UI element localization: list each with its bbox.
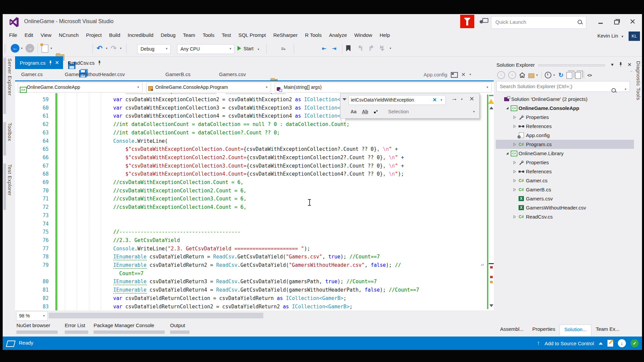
side-tab-server-explorer[interactable]: Server Explorer (3, 58, 14, 114)
line-number[interactable]: 77 (15, 245, 57, 253)
quick-launch-input[interactable]: Quick Launch (491, 16, 586, 29)
menu-build[interactable]: Build (105, 30, 124, 40)
line-number[interactable]: 70 (15, 187, 57, 195)
tree-item-readcsv-cs[interactable]: C#ReadCsv.cs (496, 212, 634, 221)
user-name[interactable]: Kevin Lin (597, 33, 618, 39)
increase-indent-button[interactable]: ⇥ (332, 44, 336, 53)
navigate-backward-button[interactable]: ← (11, 44, 19, 53)
switch-view-icon[interactable] (528, 73, 534, 78)
line-number[interactable]: 81 (15, 286, 57, 294)
side-tab-test-explorer[interactable]: Test Explorer (3, 164, 14, 210)
line-number[interactable]: 73 (15, 212, 57, 220)
find-close-button[interactable]: ✕ (469, 95, 474, 103)
line-number[interactable]: 67 (15, 162, 57, 170)
pin-icon[interactable] (619, 62, 623, 68)
solution-configuration-select[interactable]: Debug▼ (137, 44, 171, 54)
menu-sql-prompt[interactable]: SQL Prompt (235, 30, 270, 40)
menu-help[interactable]: Help (376, 30, 394, 40)
tree-item-onlinegame-consoleapp[interactable]: C#OnlineGame.ConsoleApp (496, 104, 634, 113)
tree-item-gamerb-cs[interactable]: C#GamerB.cs (496, 185, 634, 194)
line-number[interactable]: 72 (15, 203, 57, 212)
menu-resharper[interactable]: ReSharper (270, 30, 302, 40)
editor-splitter-handle[interactable] (489, 95, 493, 96)
chevron-down-icon[interactable]: ▼ (536, 74, 538, 77)
pending-changes-filter-icon[interactable] (545, 72, 551, 78)
tab-program-cs[interactable]: Program.cs✕ (15, 56, 63, 69)
code-line-68[interactable]: 68 $"csvDataWithExceptionCollection4.Cou… (15, 170, 494, 178)
panel-tab-team-ex[interactable]: Team Ex... (591, 324, 624, 336)
line-number[interactable]: 65 (15, 145, 57, 154)
line-number[interactable]: 78 (15, 253, 57, 261)
chevron-down-icon[interactable]: ▼ (553, 74, 555, 77)
panel-tab-solution[interactable]: Solution... (559, 324, 591, 336)
feedback-icon[interactable] (479, 17, 488, 25)
expand-closed-icon[interactable] (512, 161, 518, 164)
match-case-toggle[interactable]: Aa (351, 109, 357, 114)
search-icon[interactable] (611, 88, 616, 93)
member-dropdown[interactable]: Main(string[] args)▼ (275, 82, 492, 93)
menu-window[interactable]: Window (351, 30, 376, 40)
resharper-filter-icon[interactable] (460, 15, 474, 28)
code-line-71[interactable]: 71 //csvDataWithExceptionCollection3.Cou… (15, 195, 494, 203)
tab-readcsv-cs[interactable]: ReadCsv.cs (63, 56, 105, 69)
line-number[interactable]: 63 (15, 129, 57, 137)
minimize-button[interactable] (593, 16, 608, 27)
tab-gamerb-cs[interactable]: GamerB.cs (165, 69, 191, 80)
line-number[interactable]: 66 (15, 154, 57, 162)
toolbar-overflow-dropdown[interactable]: ▼ (389, 44, 392, 53)
toolbar-grip[interactable] (4, 44, 6, 53)
code-line-70[interactable]: 70 //csvDataWithExceptionCollection2.Cou… (15, 187, 494, 195)
line-number[interactable]: 59 (15, 96, 57, 104)
find-next-dropdown[interactable]: ▼ (461, 98, 463, 101)
panel-tab-assembl[interactable]: Assembl... (496, 324, 528, 336)
expand-closed-icon[interactable] (512, 125, 518, 128)
code-line-77[interactable]: 77 Console.WriteLine("2.3. GetCsvDataYie… (15, 245, 494, 253)
add-to-source-control-button[interactable]: Add to Source Control (544, 341, 594, 346)
title-bar[interactable]: OnlineGame - Microsoft Visual Studio Qui… (3, 14, 642, 30)
tree-item-app-config[interactable]: App.config (496, 131, 634, 140)
redo-button[interactable]: ↷ (111, 44, 117, 53)
horizontal-scrollbar[interactable] (49, 313, 263, 318)
start-dropdown[interactable]: ▼ (257, 48, 260, 51)
type-dropdown[interactable]: OnlineGame.ConsoleApp.Program▼ (146, 82, 271, 93)
menu-test[interactable]: Test (218, 30, 235, 40)
panel-close-icon[interactable]: ✕ (627, 62, 632, 68)
line-number[interactable]: 82 (15, 294, 57, 303)
solution-platform-select[interactable]: Any CPU▼ (177, 44, 234, 54)
side-tab-toolbox[interactable]: Toolbox (3, 122, 14, 156)
line-number[interactable]: 76 (15, 236, 57, 245)
find-scope-select[interactable]: Selection (388, 109, 409, 114)
expand-closed-icon[interactable] (512, 179, 518, 182)
expand-closed-icon[interactable] (512, 188, 518, 191)
code-line-66[interactable]: 66 $"csvDataWithExceptionCollection2.Cou… (15, 154, 494, 162)
menu-team[interactable]: Team (179, 30, 199, 40)
panel-tab-nuget-browser[interactable]: NuGet browser (16, 322, 58, 334)
line-options-dropdown[interactable]: ≡▼ (281, 44, 285, 53)
scroll-down-icon[interactable] (489, 304, 493, 307)
code-line-75[interactable]: 75 //-----------------------------------… (15, 228, 494, 236)
expand-closed-icon[interactable] (512, 215, 518, 219)
bookmark-button[interactable] (346, 45, 351, 51)
promote-tab-icon[interactable] (451, 72, 458, 78)
tree-item-properties[interactable]: Properties (496, 113, 634, 122)
find-clear-icon[interactable]: ✕ (432, 96, 437, 104)
side-tab-diagnostic-tools[interactable]: Diagnostic Tools (635, 60, 642, 121)
collapse-all-icon[interactable] (567, 72, 572, 79)
tree-item-references[interactable]: References (496, 122, 634, 131)
panel-drag-texture[interactable] (538, 64, 605, 67)
code-line-79[interactable]: 79 IEnumerable csvDataYieldReturn2 = Rea… (15, 261, 494, 269)
undo-button[interactable]: ↶ (97, 44, 103, 53)
avatar[interactable]: KL (629, 32, 640, 41)
find-input[interactable]: ietCsvDataYieldWithException ✕ ▼ (348, 95, 446, 105)
download-circle-icon[interactable]: ↓ (618, 339, 626, 347)
code-line-62[interactable]: 62 //int dataCollectionCount = dataColle… (15, 120, 494, 129)
close-button[interactable]: ✕ (625, 16, 640, 27)
new-file-dropdown[interactable]: ▼ (50, 44, 53, 53)
clear-bookmarks-button[interactable]: ↯ (379, 44, 385, 53)
navigate-forward-button[interactable]: → (25, 44, 34, 53)
line-number[interactable]: 68 (15, 170, 57, 178)
view-code-icon[interactable]: <> (587, 73, 592, 78)
tree-item-gamerswithoutheader-csv[interactable]: XGamersWithoutHeader.csv (496, 203, 634, 212)
search-icon[interactable] (577, 19, 583, 25)
whole-word-toggle[interactable]: Ab (362, 109, 368, 114)
